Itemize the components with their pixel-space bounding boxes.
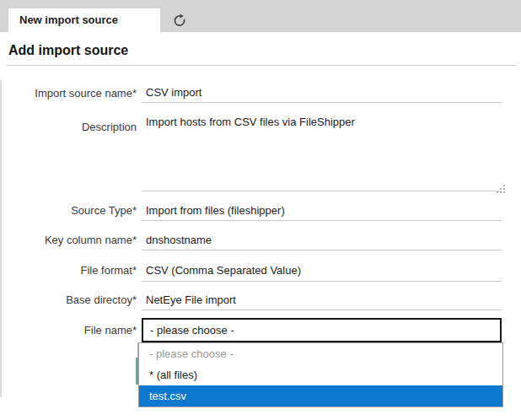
resize-grip-icon[interactable] bbox=[497, 185, 498, 186]
file-format-label: File format* bbox=[0, 264, 137, 277]
dropdown-option-all-files[interactable]: * (all files) bbox=[139, 364, 502, 385]
key-column-name-label: Key column name* bbox=[0, 234, 137, 246]
source-type-select[interactable]: Import from files (fileshipper) bbox=[142, 202, 502, 221]
key-column-name-input[interactable]: dnshostname bbox=[142, 232, 502, 250]
tab-bar: New import source bbox=[0, 0, 521, 32]
import-source-name-input[interactable]: CSV import bbox=[142, 84, 502, 103]
tab-new-import-source[interactable]: New import source bbox=[8, 8, 160, 32]
import-source-name-label: Import source name* bbox=[0, 87, 137, 100]
tab-label: New import source bbox=[8, 8, 160, 32]
file-name-dropdown: - please choose - * (all files) test.csv bbox=[138, 342, 503, 407]
title-divider bbox=[7, 65, 516, 66]
dropdown-option-please-choose[interactable]: - please choose - bbox=[139, 343, 502, 364]
file-format-select[interactable]: CSV (Comma Separated Value) bbox=[142, 262, 502, 282]
file-name-select[interactable]: - please choose - bbox=[142, 318, 502, 342]
page-title: Add import source bbox=[8, 43, 128, 58]
description-textarea[interactable]: Import hosts from CSV files via FileShip… bbox=[142, 110, 502, 191]
file-name-label: File name* bbox=[0, 324, 137, 337]
description-text: Import hosts from CSV files via FileShip… bbox=[142, 110, 502, 129]
app-window: New import source Add import source Impo… bbox=[0, 0, 521, 420]
base-directory-select[interactable]: NetEye File import bbox=[142, 292, 502, 310]
base-directory-label: Base directoy* bbox=[0, 293, 137, 306]
dropdown-option-test-csv[interactable]: test.csv bbox=[139, 385, 502, 407]
refresh-icon[interactable] bbox=[172, 13, 187, 28]
file-name-select-value: - please choose - bbox=[143, 320, 500, 341]
source-type-label: Source Type* bbox=[0, 204, 137, 217]
description-label: Description bbox=[0, 121, 137, 133]
